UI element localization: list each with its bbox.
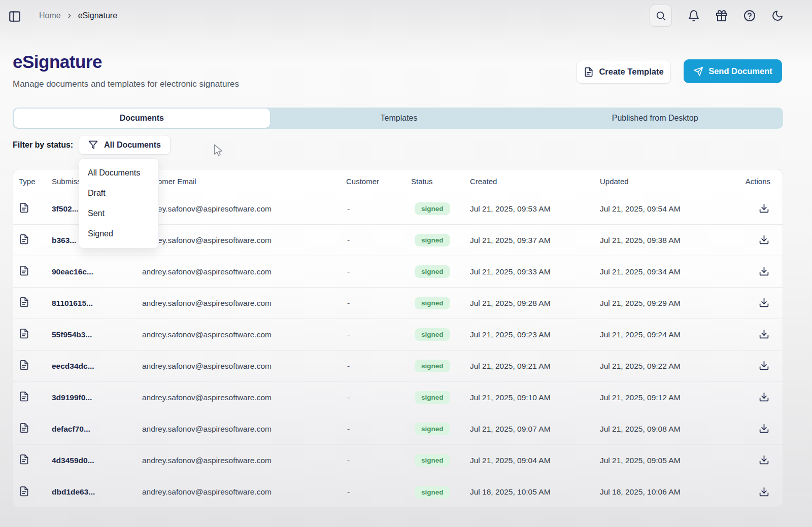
updated-date: Jul 21, 2025, 09:12 AM	[600, 393, 728, 402]
customer-email: andrey.safonov@aspiresoftware.com	[142, 487, 346, 497]
table-row[interactable]: 90eac16c... andrey.safonov@aspiresoftwar…	[13, 256, 783, 288]
status-filter-menu: All Documents Draft Sent Signed	[79, 158, 159, 249]
create-template-label: Create Template	[599, 67, 663, 77]
tab-templates[interactable]: Templates	[271, 108, 527, 129]
topbar-actions	[650, 0, 784, 31]
col-actions: Actions	[728, 177, 783, 186]
status-filter-dropdown[interactable]: All Documents	[79, 135, 171, 155]
filter-by-status-label: Filter by status:	[13, 140, 73, 150]
customer-email: andrey.safonov@aspiresoftware.com	[142, 425, 346, 434]
submission-id: 81101615...	[52, 299, 142, 308]
submission-id: dbd1de63...	[52, 487, 142, 497]
customer-email: andrey.safonov@aspiresoftware.com	[142, 393, 346, 402]
file-text-icon	[19, 486, 29, 497]
col-type: Type	[13, 177, 52, 186]
customer-value: -	[346, 236, 411, 245]
file-text-icon	[19, 391, 29, 402]
updated-date: Jul 21, 2025, 09:54 AM	[600, 204, 728, 214]
download-button[interactable]	[758, 485, 770, 498]
created-date: Jul 21, 2025, 09:53 AM	[470, 204, 600, 214]
funnel-icon	[88, 140, 98, 150]
status-badge: signed	[415, 297, 450, 309]
download-button[interactable]	[758, 296, 770, 309]
create-template-button[interactable]: Create Template	[577, 60, 671, 84]
updated-date: Jul 21, 2025, 09:08 AM	[600, 425, 728, 434]
status-badge: signed	[415, 454, 450, 467]
customer-email: andrey.safonov@aspiresoftware.com	[142, 362, 346, 371]
menu-item-sent[interactable]: Sent	[79, 203, 158, 224]
table-row[interactable]: 3d9199f0... andrey.safonov@aspiresoftwar…	[13, 382, 783, 413]
menu-item-draft[interactable]: Draft	[79, 183, 158, 203]
customer-value: -	[346, 204, 411, 214]
customer-value: -	[346, 393, 411, 402]
table-row[interactable]: dbd1de63... andrey.safonov@aspiresoftwar…	[13, 476, 783, 507]
table-row[interactable]: 81101615... andrey.safonov@aspiresoftwar…	[13, 288, 783, 319]
download-button[interactable]	[758, 359, 770, 372]
bell-icon[interactable]	[688, 10, 700, 22]
created-date: Jul 21, 2025, 09:21 AM	[470, 362, 600, 371]
download-button[interactable]	[758, 233, 770, 246]
updated-date: Jul 21, 2025, 09:29 AM	[600, 299, 728, 308]
status-badge: signed	[415, 486, 450, 499]
customer-email: andrey.safonov@aspiresoftware.com	[142, 330, 346, 339]
breadcrumb: Home eSignature	[39, 0, 117, 31]
created-date: Jul 18, 2025, 10:05 AM	[470, 487, 600, 497]
tab-documents[interactable]: Documents	[14, 109, 270, 128]
customer-email: andrey.safonov@aspiresoftware.com	[142, 204, 346, 214]
breadcrumb-home-link[interactable]: Home	[39, 11, 61, 20]
created-date: Jul 21, 2025, 09:10 AM	[470, 393, 600, 402]
top-bar: Home eSignature	[0, 0, 812, 31]
customer-value: -	[346, 330, 411, 339]
download-button[interactable]	[758, 453, 770, 466]
customer-email: andrey.safonov@aspiresoftware.com	[142, 236, 346, 245]
updated-date: Jul 21, 2025, 09:34 AM	[600, 267, 728, 276]
file-text-icon	[19, 360, 29, 370]
page-subtitle: Manage documents and templates for elect…	[13, 79, 239, 89]
send-document-label: Send Document	[708, 66, 772, 76]
search-icon[interactable]	[650, 5, 672, 27]
customer-value: -	[346, 425, 411, 434]
file-text-icon	[19, 297, 29, 307]
table-row[interactable]: 55f954b3... andrey.safonov@aspiresoftwar…	[13, 319, 783, 350]
menu-item-signed[interactable]: Signed	[79, 224, 158, 244]
col-status: Status	[411, 177, 470, 186]
status-badge: signed	[415, 234, 450, 247]
tab-published-from-desktop[interactable]: Published from Desktop	[527, 108, 783, 129]
dark-mode-icon[interactable]	[771, 10, 784, 22]
download-button[interactable]	[758, 328, 770, 340]
file-text-icon	[19, 454, 29, 465]
table-row[interactable]: defacf70... andrey.safonov@aspiresoftwar…	[13, 413, 783, 445]
download-button[interactable]	[758, 422, 770, 435]
send-document-button[interactable]: Send Document	[684, 59, 782, 83]
page-title: eSignature	[13, 52, 102, 72]
created-date: Jul 21, 2025, 09:28 AM	[470, 299, 600, 308]
tab-bar: Documents Templates Published from Deskt…	[13, 108, 783, 129]
col-created: Created	[470, 177, 600, 186]
download-button[interactable]	[758, 265, 770, 277]
table-row[interactable]: eecd34dc... andrey.safonov@aspiresoftwar…	[13, 350, 783, 382]
sidebar-toggle-icon[interactable]	[8, 9, 22, 23]
col-customer-email: Customer Email	[142, 177, 346, 186]
file-text-icon	[19, 202, 29, 213]
updated-date: Jul 21, 2025, 09:38 AM	[600, 236, 728, 245]
download-button[interactable]	[758, 391, 770, 403]
chevron-right-icon	[66, 12, 73, 19]
status-badge: signed	[415, 265, 450, 278]
customer-value: -	[346, 362, 411, 371]
status-filter-value: All Documents	[104, 140, 161, 150]
gift-icon[interactable]	[716, 10, 728, 22]
updated-date: Jul 21, 2025, 09:05 AM	[600, 456, 728, 465]
submission-id: 3d9199f0...	[52, 393, 142, 402]
submission-id: 90eac16c...	[52, 267, 142, 276]
status-badge: signed	[415, 360, 450, 372]
customer-value: -	[346, 267, 411, 276]
submission-id: defacf70...	[52, 425, 142, 434]
menu-item-all-documents[interactable]: All Documents	[79, 163, 158, 183]
download-button[interactable]	[758, 202, 770, 215]
col-updated: Updated	[600, 177, 728, 186]
help-icon[interactable]	[743, 10, 756, 22]
submission-id: 4d3459d0...	[52, 456, 142, 465]
customer-value: -	[346, 456, 411, 465]
table-row[interactable]: 4d3459d0... andrey.safonov@aspiresoftwar…	[13, 445, 783, 476]
file-text-icon	[19, 328, 29, 339]
